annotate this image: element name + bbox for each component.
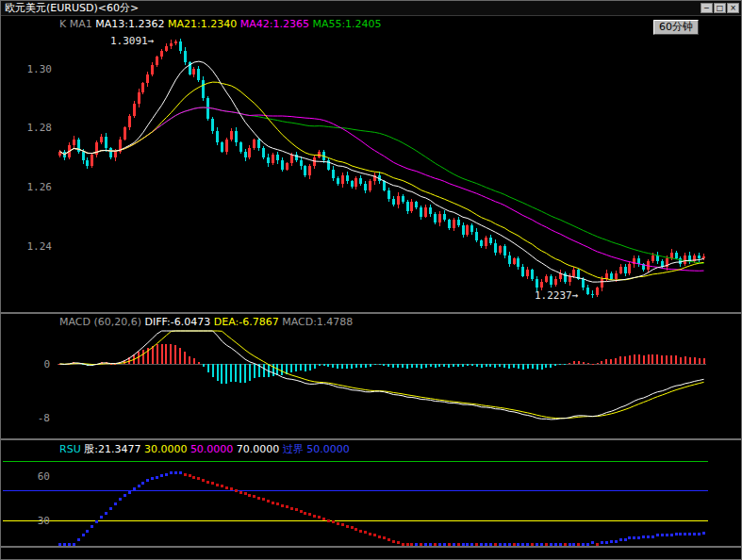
candlestick-chart[interactable]: 1.301.281.261.24 bbox=[1, 16, 742, 312]
bottom-strip bbox=[1, 548, 742, 560]
label-part: 50.0000 bbox=[190, 443, 237, 455]
label-part: RSU bbox=[59, 443, 84, 455]
label-part: 过界 50.0000 bbox=[283, 443, 350, 455]
rsi-indicator-label: RSU 股:21.3477 30.0000 50.0000 70.0000 过界… bbox=[59, 442, 350, 456]
ma-indicator-label: K MA1 MA13:1.2362 MA21:1.2340 MA42:1.236… bbox=[59, 18, 382, 30]
svg-text:1.30: 1.30 bbox=[27, 63, 53, 75]
label-part: 70.0000 bbox=[237, 443, 283, 455]
label-part: 股:21.3477 bbox=[84, 443, 144, 455]
svg-text:60: 60 bbox=[38, 470, 50, 483]
svg-text:1.24: 1.24 bbox=[27, 240, 53, 253]
maximize-button-icon[interactable]: □ bbox=[714, 3, 726, 13]
app-window: 欧元美元(EURUSD)<60分> ─ □ × 1.301.281.261.24… bbox=[0, 0, 742, 560]
label-part: MA42:1.2365 bbox=[240, 18, 313, 30]
macd-panel: 0-8 MACD (60,20,6) DIFF:-6.0473 DEA:-6.7… bbox=[1, 314, 742, 438]
label-part: MA21:1.2340 bbox=[168, 18, 240, 30]
title-bar: 欧元美元(EURUSD)<60分> ─ □ × bbox=[1, 1, 741, 16]
rsi-panel: 6030 RSU 股:21.3477 30.0000 50.0000 70.00… bbox=[1, 440, 742, 546]
period-badge: 60分钟 bbox=[653, 20, 699, 35]
label-part: MACD (60,20,6) bbox=[59, 316, 145, 328]
window-title: 欧元美元(EURUSD)<60分> bbox=[5, 2, 139, 14]
price-annotation: 1.3091→ bbox=[110, 35, 154, 47]
macd-indicator-label: MACD (60,20,6) DIFF:-6.0473 DEA:-6.7867 … bbox=[59, 316, 353, 328]
label-part: 30.0000 bbox=[144, 443, 190, 455]
minimize-button-icon[interactable]: ─ bbox=[701, 3, 713, 13]
main-chart-panel: 1.301.281.261.24 K MA1 MA13:1.2362 MA21:… bbox=[1, 16, 742, 312]
svg-text:0: 0 bbox=[43, 358, 50, 371]
svg-text:1.28: 1.28 bbox=[27, 122, 53, 134]
svg-text:1.26: 1.26 bbox=[27, 181, 53, 193]
svg-text:-8: -8 bbox=[38, 412, 50, 424]
label-part: MA13:1.2362 bbox=[95, 18, 168, 30]
label-part: MA55:1.2405 bbox=[312, 18, 381, 30]
price-annotation: 1.2237→ bbox=[535, 289, 578, 302]
label-part: DEA:-6.7867 bbox=[214, 316, 282, 328]
label-part: DIFF:-6.0473 bbox=[145, 316, 214, 328]
label-part: MACD:1.4788 bbox=[282, 316, 353, 328]
label-part: K MA1 bbox=[59, 18, 95, 30]
close-button-icon[interactable]: × bbox=[727, 3, 739, 13]
window-controls: ─ □ × bbox=[701, 3, 739, 13]
svg-text:30: 30 bbox=[38, 515, 50, 527]
macd-chart[interactable]: 0-8 bbox=[1, 314, 742, 438]
